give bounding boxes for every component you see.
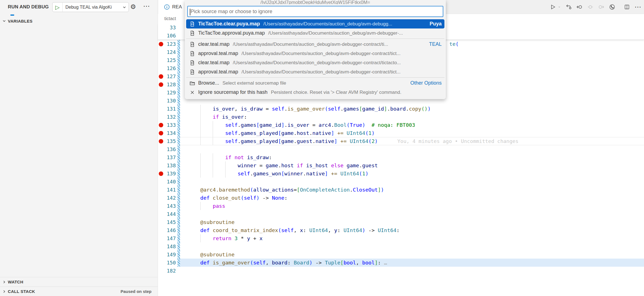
breakpoint-gutter[interactable] xyxy=(158,145,164,153)
breakpoint-gutter[interactable] xyxy=(158,80,164,89)
code-line-133[interactable]: 133self.games[game_id].is_over = arc4.Bo… xyxy=(158,121,644,129)
breakpoint-icon[interactable] xyxy=(159,171,163,176)
code-line-134[interactable]: 134self.games_played[game.host.native] +… xyxy=(158,129,644,137)
code-text[interactable] xyxy=(185,267,188,275)
code-text[interactable] xyxy=(185,210,188,218)
code-text[interactable]: def coord_to_matrix_index(self, x: UInt6… xyxy=(185,226,399,234)
code-line-140[interactable]: 140 xyxy=(158,178,644,186)
breakpoint-gutter[interactable] xyxy=(158,242,164,250)
breakpoint-gutter[interactable] xyxy=(158,226,164,234)
breakpoint-icon[interactable] xyxy=(159,74,163,79)
quickpick-item[interactable]: Browse...Select external sourcemap fileO… xyxy=(186,78,444,88)
breakpoint-icon[interactable] xyxy=(159,131,163,135)
code-line-131[interactable]: 131is_over, is_draw = self.is_game_over(… xyxy=(158,105,644,113)
breakpoint-gutter[interactable] xyxy=(158,64,164,72)
breakpoint-gutter[interactable] xyxy=(158,267,164,275)
code-line-137[interactable]: 137if not is_draw: xyxy=(158,153,644,161)
breakpoint-gutter[interactable] xyxy=(158,170,164,178)
code-line-145[interactable]: 145@subroutine xyxy=(158,218,644,226)
code-line-136[interactable]: 136 xyxy=(158,145,644,153)
editor-more-actions-icon[interactable]: ⋯ xyxy=(634,4,641,10)
compare-changes-icon[interactable] xyxy=(565,4,572,10)
call-stack-section-header[interactable]: CALL STACK Paused on step xyxy=(0,287,158,296)
breakpoint-icon[interactable] xyxy=(159,42,163,46)
code-text[interactable]: self.games[game_id].is_over = arc4.Bool(… xyxy=(185,121,415,129)
commit-graph-icon[interactable] xyxy=(609,4,615,10)
code-line-132[interactable]: 132if is_over: xyxy=(158,113,644,121)
debug-config-dropdown[interactable]: ▷ Debug TEAL via AlgoKi xyxy=(52,2,129,12)
chevron-down-icon[interactable] xyxy=(122,5,129,9)
code-text[interactable]: @subroutine xyxy=(185,218,235,226)
quickpick-item[interactable]: TicTacToe.approval.puya.map/Users/asthay… xyxy=(186,28,444,38)
breakpoint-gutter[interactable] xyxy=(158,161,164,170)
breakpoint-gutter[interactable] xyxy=(158,153,164,161)
code-line-150[interactable]: 150›def is_game_over(self, board: Board)… xyxy=(158,259,644,267)
code-text[interactable]: winner = game.host if is_host else game.… xyxy=(185,161,378,170)
code-text[interactable]: return 3 * y + x xyxy=(185,234,262,242)
quickpick-item[interactable]: clear.teal.map/Users/asthayadav/Document… xyxy=(186,58,444,67)
quickpick-item-badge[interactable]: Other Options xyxy=(406,80,442,86)
breakpoint-gutter[interactable] xyxy=(158,48,164,56)
run-python-file-button[interactable] xyxy=(550,4,556,10)
code-line-148[interactable]: 148 xyxy=(158,242,644,250)
debug-config-label[interactable]: Debug TEAL via AlgoKi xyxy=(63,5,122,10)
breakpoint-gutter[interactable] xyxy=(158,89,164,97)
code-line-149[interactable]: 149@subroutine xyxy=(158,250,644,259)
code-text[interactable]: pass xyxy=(185,202,225,210)
breakpoint-gutter[interactable] xyxy=(158,56,164,64)
breakpoint-gutter[interactable] xyxy=(158,178,164,186)
split-editor-icon[interactable] xyxy=(624,4,630,10)
code-text[interactable] xyxy=(185,145,188,153)
code-text[interactable]: self.games_played[game.guest.native] += … xyxy=(185,137,518,145)
breakpoint-gutter[interactable] xyxy=(158,72,164,80)
quickpick-item[interactable]: clear.teal.map/Users/asthayadav/Document… xyxy=(186,40,444,49)
breakpoint-gutter[interactable] xyxy=(158,121,164,129)
code-text[interactable] xyxy=(185,178,188,186)
breakpoint-gutter[interactable] xyxy=(158,113,164,121)
code-text[interactable]: self.games_played[game.host.native] += U… xyxy=(185,129,375,137)
quickpick-item-badge[interactable]: TEAL xyxy=(425,41,442,47)
code-line-143[interactable]: 143pass xyxy=(158,202,644,210)
run-dropdown-chevron-icon[interactable] xyxy=(558,4,561,10)
code-text[interactable] xyxy=(185,242,188,250)
quickpick-item[interactable]: approval.teal.map/Users/asthayadav/Docum… xyxy=(186,67,444,77)
code-line-139[interactable]: 139self.games_won[winner.native] += UInt… xyxy=(158,170,644,178)
quickpick-item[interactable]: Ignore sourcemap for this hashPersistent… xyxy=(186,88,444,97)
code-text[interactable]: @subroutine xyxy=(185,250,235,259)
breakpoint-gutter[interactable] xyxy=(158,137,164,145)
breakpoint-gutter[interactable] xyxy=(158,186,164,194)
code-line-142[interactable]: 142def close_out(self) -> None: xyxy=(158,194,644,202)
code-line-141[interactable]: 141@arc4.baremethod(allow_actions=[OnCom… xyxy=(158,186,644,194)
code-text[interactable]: @arc4.baremethod(allow_actions=[OnComple… xyxy=(185,186,384,194)
breadcrumb-filename[interactable]: tictact xyxy=(164,16,176,21)
breakpoint-gutter[interactable] xyxy=(158,97,164,105)
code-text[interactable]: def is_game_over(self, board: Board) -> … xyxy=(185,259,387,267)
breakpoint-gutter[interactable] xyxy=(158,210,164,218)
code-line-135[interactable]: 135self.games_played[game.guest.native] … xyxy=(158,137,644,145)
code-text[interactable]: if is_over: xyxy=(185,113,247,121)
watch-section-header[interactable]: WATCH xyxy=(0,277,158,287)
breakpoint-gutter[interactable] xyxy=(158,218,164,226)
breakpoint-icon[interactable] xyxy=(159,82,163,87)
code-text[interactable]: if not is_draw: xyxy=(185,153,272,161)
breakpoint-gutter[interactable] xyxy=(158,105,164,113)
gear-icon[interactable]: ⚙ xyxy=(130,3,136,10)
code-line-147[interactable]: 147return 3 * y + x xyxy=(158,234,644,242)
quickpick-item[interactable]: TicTacToe.clear.puya.map/Users/asthayada… xyxy=(186,19,444,28)
breakpoint-gutter[interactable] xyxy=(158,250,164,259)
code-text[interactable]: self.games_won[winner.native] += UInt64(… xyxy=(185,170,368,178)
quickpick-input[interactable] xyxy=(188,6,443,16)
code-text[interactable]: def close_out(self) -> None: xyxy=(185,194,287,202)
code-line-138[interactable]: 138winner = game.host if is_host else ga… xyxy=(158,161,644,170)
code-text[interactable]: is_over, is_draw = self.is_game_over(sel… xyxy=(185,105,431,113)
code-line-144[interactable]: 144 xyxy=(158,210,644,218)
previous-change-icon[interactable] xyxy=(576,4,583,10)
breakpoint-gutter[interactable] xyxy=(158,40,164,48)
code-line-182[interactable]: 182 xyxy=(158,267,644,275)
more-actions-icon[interactable]: ⋯ xyxy=(143,2,150,10)
variables-section-header[interactable]: VARIABLES xyxy=(0,17,158,25)
breakpoint-gutter[interactable] xyxy=(158,129,164,137)
code-line-146[interactable]: 146def coord_to_matrix_index(self, x: UI… xyxy=(158,226,644,234)
breakpoint-icon[interactable] xyxy=(159,123,163,127)
breakpoint-icon[interactable] xyxy=(159,139,163,144)
